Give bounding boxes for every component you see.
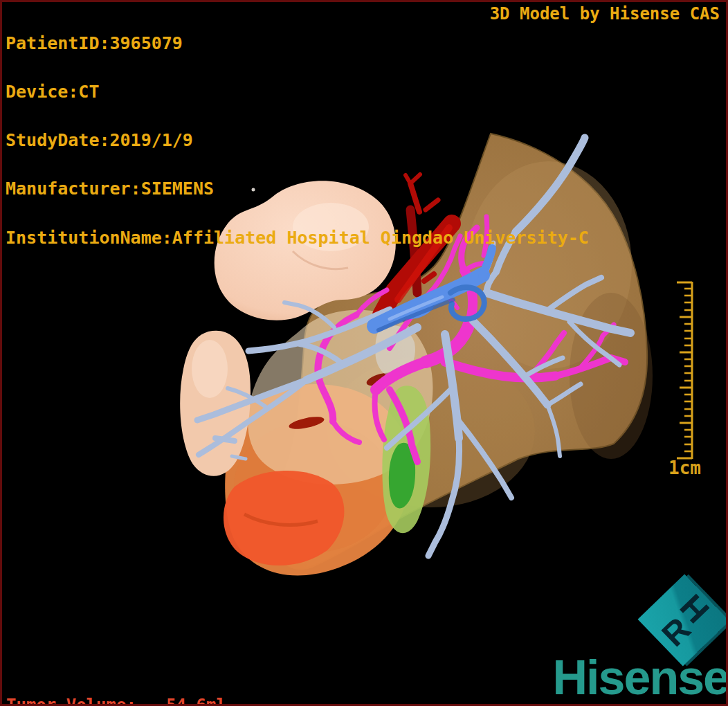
- tumor-volume-value: 54.6ml: [136, 695, 226, 706]
- device-line: Device:CT: [6, 84, 589, 100]
- patient-info-block: PatientID:3965079 Device:CT StudyDate:20…: [6, 3, 589, 278]
- study-date-line: StudyDate:2019/1/9: [6, 132, 589, 148]
- gallbladder-structure: [382, 386, 430, 533]
- volume-readout: Tumor Volume:54.6ml Liver Volume:168.6ml: [6, 653, 226, 706]
- tumor-volume-line: Tumor Volume:54.6ml: [6, 695, 226, 706]
- scale-label: 1cm: [668, 458, 701, 478]
- scale-ruler: [677, 282, 692, 459]
- patient-id-line: PatientID:3965079: [6, 35, 589, 51]
- model-credit: 3D Model by Hisense CAS: [490, 4, 720, 24]
- tumor-volume-label: Tumor Volume:: [6, 695, 136, 706]
- manufacturer-line: Manufacturer:SIEMENS: [6, 181, 589, 197]
- institution-line: InstitutionName:Affiliated Hospital Qing…: [6, 230, 589, 246]
- viewer-frame: PatientID:3965079 Device:CT StudyDate:20…: [0, 0, 728, 706]
- hisense-logo: Hisense: [553, 650, 728, 705]
